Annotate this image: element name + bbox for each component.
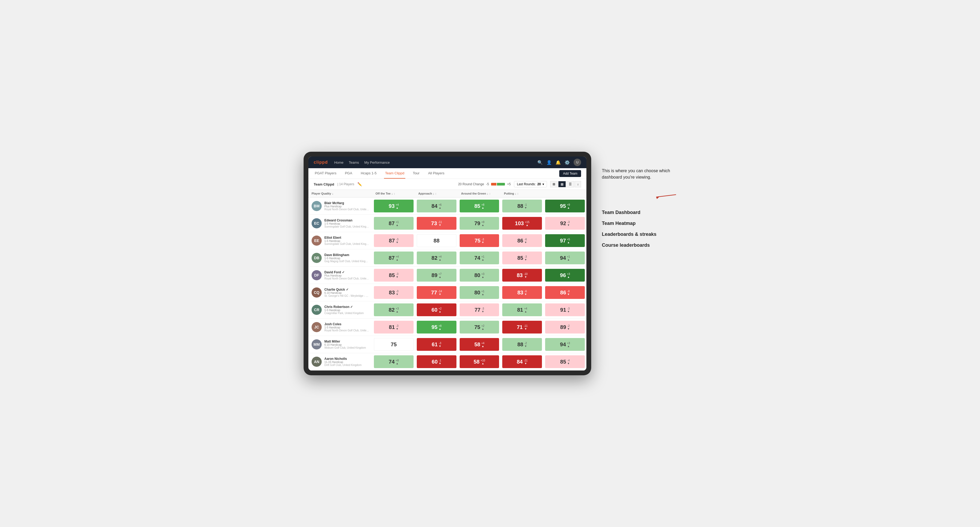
settings-icon[interactable]: ⚙️	[565, 160, 570, 165]
score-change: -1▼	[524, 203, 527, 209]
player-handicap: 11-15 Handicap	[325, 360, 362, 364]
score-value: 88	[517, 203, 523, 209]
subnav-pga[interactable]: PGA	[344, 168, 353, 179]
edit-icon[interactable]: ✏️	[357, 182, 362, 186]
option-leaderboards[interactable]: Leaderboards & streaks	[602, 232, 676, 237]
score-cell-0: 83 -3▼	[372, 284, 415, 301]
nav-my-performance[interactable]: My Performance	[364, 159, 390, 165]
player-cell[interactable]: EC Edward Crossman 1-5 Handicap Sunningd…	[309, 216, 372, 230]
option-team-dashboard[interactable]: Team Dashboard	[602, 210, 676, 215]
score-box: 60 -1▼	[417, 355, 457, 368]
score-cell-2: 77 -3▼	[458, 301, 501, 318]
score-cell-3: 83 -6▼	[501, 284, 544, 301]
player-cell[interactable]: AN Aaron Nicholls 11-15 Handicap Drift G…	[309, 354, 372, 369]
user-icon[interactable]: 👤	[546, 160, 552, 165]
score-cell-2: 85 +8▲	[458, 197, 501, 214]
score-value: 82	[389, 307, 395, 313]
player-info: Josh Coles 1-5 Handicap Royal North Devo…	[325, 322, 369, 332]
score-cell-0: 87 +4▲	[372, 249, 415, 267]
nav-teams[interactable]: Teams	[349, 159, 359, 165]
score-value: 87	[389, 255, 395, 261]
score-cell-1: 73 -11▼	[415, 215, 458, 232]
score-box: 84 -21▼	[502, 355, 542, 368]
player-cell[interactable]: EE Elliot Ebert 1-5 Handicap Sunningdale…	[309, 233, 372, 248]
subnav-pgat[interactable]: PGAT Players	[314, 168, 337, 179]
score-cell-2: 80 +3▲	[458, 267, 501, 284]
score-cell-4: 91 -3▼	[544, 301, 586, 318]
subnav-all-players[interactable]: All Players	[427, 168, 445, 179]
score-change: +4▲	[396, 203, 399, 209]
option-course-leaderboards[interactable]: Course leaderboards	[602, 243, 676, 248]
svg-line-0	[656, 187, 676, 205]
svg-marker-1	[655, 195, 660, 199]
player-handicap: 6-10 Handicap	[325, 291, 369, 294]
subnav-team-clippd[interactable]: Team Clippd	[384, 168, 405, 179]
player-club: Sunningdale Golf Club, United Kingdom	[325, 243, 369, 245]
col-player-quality[interactable]: Player Quality ↓	[309, 190, 372, 197]
score-box: 82 +3▲	[374, 303, 414, 316]
player-cell[interactable]: CQ Charlie Quick ✓ 6-10 Handicap St. Geo…	[309, 285, 372, 300]
subnav-hcaps[interactable]: Hcaps 1-5	[360, 168, 378, 179]
score-box: 88	[417, 234, 457, 247]
score-box: 88 -1▼	[502, 200, 542, 213]
score-value: 93	[389, 203, 395, 209]
search-icon[interactable]: 🔍	[538, 160, 543, 165]
score-cell-4: 89 -2▼	[544, 319, 586, 336]
player-cell[interactable]: MM Matt Miller 6-10 Handicap Woburn Golf…	[309, 337, 372, 352]
heatmap-view-button[interactable]: ▦	[558, 181, 566, 187]
last-rounds-label: Last Rounds:	[517, 182, 536, 186]
score-change: +4▲	[396, 255, 399, 261]
col-around-green[interactable]: Around the Green ↓	[458, 190, 501, 197]
score-value: 77	[474, 307, 480, 313]
col-off-tee[interactable]: Off the Tee ↓	[372, 190, 415, 197]
score-cell-0: 87 -3▼	[372, 232, 415, 249]
score-value: 61	[432, 341, 438, 348]
table-row: JC Josh Coles 1-5 Handicap Royal North D…	[309, 319, 586, 336]
player-handicap: 1-5 Handicap	[325, 326, 369, 329]
score-cell-1: 88	[415, 232, 458, 249]
col-putting[interactable]: Putting ↓	[501, 190, 544, 197]
list-view-button[interactable]: ☰	[566, 181, 574, 187]
annotation-text: This is where you can choose which dashb…	[602, 168, 676, 181]
score-change: -3▼	[567, 221, 570, 227]
player-cell[interactable]: BM Blair McHarg Plus Handicap Royal Nort…	[309, 199, 372, 213]
col-approach[interactable]: Approach ↓	[415, 190, 458, 197]
score-cell-3: 81 +4▲	[501, 301, 544, 318]
score-value: 84	[431, 203, 437, 209]
nav-home[interactable]: Home	[334, 159, 344, 165]
player-cell[interactable]: DF David Ford ✓ Plus Handicap Royal Nort…	[309, 268, 372, 283]
avatar[interactable]: U	[574, 159, 581, 166]
score-value: 75	[391, 341, 396, 348]
score-cell-3: 88 -2▼	[501, 336, 544, 353]
score-cell-4: 94 +1▲	[544, 249, 586, 267]
nav-icons: 🔍 👤 🔔 ⚙️ U	[538, 159, 581, 166]
score-box: 95 +9▲	[545, 200, 585, 213]
score-value: 89	[560, 324, 566, 330]
score-value: 71	[517, 324, 522, 330]
player-cell[interactable]: JC Josh Coles 1-5 Handicap Royal North D…	[309, 320, 372, 334]
last-rounds-value: 20	[538, 182, 541, 186]
player-cell[interactable]: DB Dave Billingham 1-5 Handicap Gog Mago…	[309, 251, 372, 265]
score-value: 81	[517, 307, 523, 313]
last-rounds-button[interactable]: Last Rounds: 20 ▾	[514, 181, 547, 187]
bell-icon[interactable]: 🔔	[555, 160, 561, 165]
score-cell-3: 84 -21▼	[501, 353, 544, 370]
subnav-tour[interactable]: Tour	[412, 168, 420, 179]
score-box: 75 -3▼	[460, 234, 499, 247]
player-club: Royal North Devon Golf Club, United King…	[325, 277, 369, 280]
score-box: 87 +4▲	[374, 252, 414, 264]
score-change: -3▼	[396, 324, 399, 330]
export-button[interactable]: ↓	[575, 181, 581, 187]
add-team-button[interactable]: Add Team	[559, 170, 581, 177]
player-cell[interactable]: CR Chris Robertson ✓ 1-5 Handicap Craigm…	[309, 303, 372, 317]
score-change: +1▲	[396, 221, 399, 227]
grid-view-button[interactable]: ⊞	[550, 181, 558, 187]
score-cell-4: 96 +3▲	[544, 267, 586, 284]
team-name: Team Clippd	[314, 182, 334, 186]
score-box: 85 -3▼	[374, 269, 414, 282]
player-club: Sunningdale Golf Club, United Kingdom	[325, 225, 369, 228]
score-change: +1▲	[481, 290, 484, 296]
score-value: 95	[560, 203, 566, 209]
option-team-heatmap[interactable]: Team Heatmap	[602, 221, 676, 226]
score-value: 83	[517, 272, 522, 278]
